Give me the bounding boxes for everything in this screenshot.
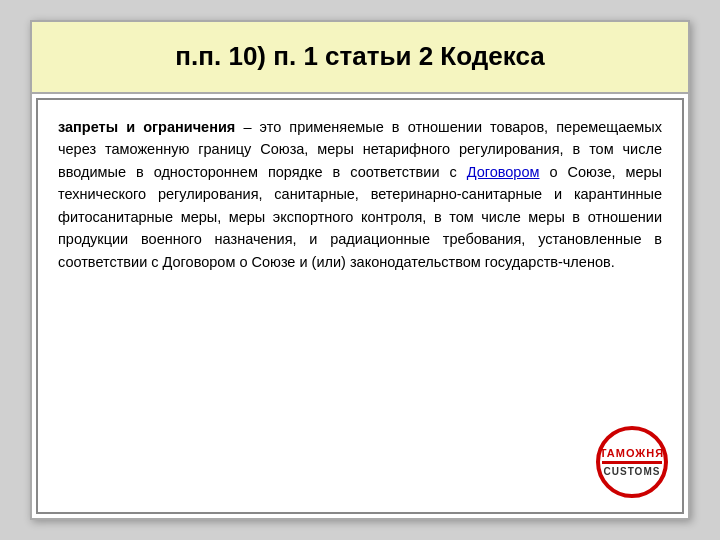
content-paragraph: запреты и ограничения – это применяемые …: [58, 116, 662, 273]
customs-top-text: ТАМОЖНЯ: [600, 447, 664, 459]
customs-circle: ТАМОЖНЯ CUSTOMS: [596, 426, 668, 498]
dash: –: [235, 119, 259, 135]
customs-bottom-text: CUSTOMS: [604, 466, 661, 477]
bold-term: запреты и ограничения: [58, 119, 235, 135]
header-section: п.п. 10) п. 1 статьи 2 Кодекса: [32, 22, 688, 94]
content-section: запреты и ограничения – это применяемые …: [36, 98, 684, 514]
slide: п.п. 10) п. 1 статьи 2 Кодекса запреты и…: [30, 20, 690, 520]
header-title: п.п. 10) п. 1 статьи 2 Кодекса: [52, 40, 668, 74]
dogovor-link[interactable]: Договором: [467, 164, 540, 180]
customs-line: [602, 461, 662, 464]
customs-logo: ТАМОЖНЯ CUSTOMS: [596, 426, 668, 498]
